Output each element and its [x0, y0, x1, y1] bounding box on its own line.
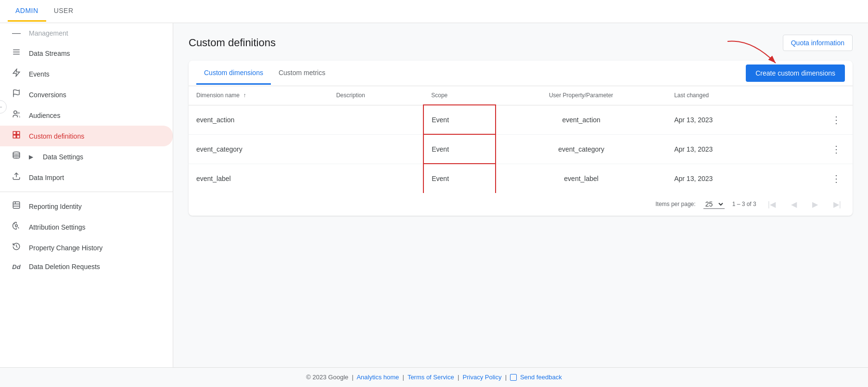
cell-description [329, 105, 424, 134]
quota-information-button[interactable]: Quota information [783, 35, 853, 51]
tab-custom-metrics[interactable]: Custom metrics [271, 62, 333, 85]
svg-rect-7 [17, 131, 20, 134]
create-custom-dimensions-button[interactable]: Create custom dimensions [746, 64, 845, 82]
cell-actions: ⋮ [782, 164, 853, 193]
tab-custom-dimensions[interactable]: Custom dimensions [196, 62, 271, 85]
feedback-icon [510, 374, 517, 381]
cell-actions: ⋮ [782, 134, 853, 164]
page-header: Custom definitions Quota information [189, 35, 853, 51]
cell-user-property: event_category [496, 134, 666, 164]
svg-point-16 [15, 225, 18, 227]
footer-copyright: © 2023 Google [306, 374, 348, 381]
col-header-description: Description [329, 86, 424, 105]
svg-rect-6 [13, 131, 16, 134]
sidebar-item-custom-definitions[interactable]: Custom definitions [0, 126, 173, 146]
sidebar-item-management[interactable]: — Management [0, 23, 173, 43]
dimensions-table: Dimension name ↑ Description Scope User … [189, 86, 853, 193]
conversions-icon [12, 89, 21, 100]
sidebar-item-data-import[interactable]: Data Import [0, 167, 173, 188]
attribution-settings-label: Attribution Settings [29, 223, 86, 231]
svg-point-5 [17, 112, 19, 114]
sidebar-item-reporting-identity[interactable]: Reporting Identity [0, 196, 173, 217]
data-settings-label: Data Settings [43, 153, 83, 161]
data-deletion-label: Data Deletion Requests [29, 263, 100, 271]
custom-definitions-card: Custom dimensions Custom metrics Create … [189, 61, 853, 216]
cell-scope: Event [423, 134, 496, 164]
cell-dimension-name: event_action [189, 105, 329, 134]
cell-description [329, 134, 424, 164]
sidebar-item-data-streams[interactable]: Data Streams [0, 43, 173, 64]
page-range-label: 1 – 3 of 3 [732, 201, 756, 207]
user-tab[interactable]: USER [46, 1, 81, 22]
footer-privacy-link[interactable]: Privacy Policy [463, 374, 502, 381]
sidebar-item-data-settings[interactable]: ▶ Data Settings [0, 146, 173, 167]
col-header-actions [782, 86, 853, 105]
first-page-button[interactable]: |◀ [764, 198, 779, 211]
events-icon [12, 68, 21, 79]
table-row: event_categoryEventevent_categoryApr 13,… [189, 134, 853, 164]
custom-definitions-icon [12, 130, 21, 142]
row-more-options-button[interactable]: ⋮ [828, 171, 845, 186]
table-row: event_actionEventevent_actionApr 13, 202… [189, 105, 853, 134]
next-page-button[interactable]: ▶ [808, 198, 822, 211]
data-streams-icon [12, 48, 21, 59]
footer-terms-link[interactable]: Terms of Service [408, 374, 454, 381]
admin-tab[interactable]: ADMIN [8, 1, 46, 22]
sidebar-item-events[interactable]: Events [0, 64, 173, 84]
cell-scope: Event [423, 164, 496, 193]
sidebar-item-audiences[interactable]: Audiences [0, 105, 173, 126]
svg-rect-12 [13, 202, 20, 208]
footer-analytics-home-link[interactable]: Analytics home [357, 374, 399, 381]
footer-feedback-link[interactable]: Send feedback [510, 374, 562, 381]
sidebar-item-data-deletion[interactable]: Dd Data Deletion Requests [0, 258, 173, 275]
row-more-options-button[interactable]: ⋮ [828, 142, 845, 157]
prev-page-button[interactable]: ◀ [787, 198, 801, 211]
sidebar-item-conversions[interactable]: Conversions [0, 84, 173, 105]
data-import-label: Data Import [29, 174, 64, 181]
property-change-history-label: Property Change History [29, 244, 102, 252]
row-more-options-button[interactable]: ⋮ [828, 112, 845, 128]
svg-rect-9 [17, 135, 20, 138]
reporting-identity-icon [12, 201, 21, 212]
svg-rect-8 [13, 135, 16, 138]
cell-description [329, 164, 424, 193]
footer: © 2023 Google | Analytics home | Terms o… [0, 367, 868, 387]
audiences-label: Audiences [29, 112, 60, 119]
sort-up-icon: ↑ [243, 92, 246, 99]
custom-definitions-label: Custom definitions [29, 132, 84, 140]
svg-point-10 [13, 152, 20, 155]
attribution-settings-icon [12, 221, 21, 232]
data-import-icon [12, 172, 21, 183]
cell-dimension-name: event_label [189, 164, 329, 193]
conversions-label: Conversions [29, 91, 66, 99]
items-per-page-label: Items per page: [655, 201, 695, 207]
sidebar-item-attribution-settings[interactable]: Attribution Settings [0, 217, 173, 237]
management-icon: — [12, 28, 21, 38]
last-page-button[interactable]: ▶| [830, 198, 845, 211]
col-header-dimension-name: Dimension name ↑ [189, 86, 329, 105]
data-settings-icon [12, 151, 21, 162]
audiences-icon [12, 110, 21, 121]
cell-dimension-name: event_category [189, 134, 329, 164]
property-change-history-icon [12, 242, 21, 253]
table-row: event_labelEventevent_labelApr 13, 2023⋮ [189, 164, 853, 193]
sidebar-divider-1 [0, 192, 173, 192]
data-settings-expand-icon: ▶ [29, 154, 33, 160]
cell-scope: Event [423, 105, 496, 134]
col-header-user-property: User Property/Parameter [496, 86, 666, 105]
data-streams-label: Data Streams [29, 50, 70, 57]
sidebar-item-property-change-history[interactable]: Property Change History [0, 237, 173, 258]
svg-point-4 [14, 111, 17, 114]
items-per-page-select[interactable]: 25 50 100 [703, 200, 725, 209]
page-title: Custom definitions [189, 37, 276, 49]
cell-actions: ⋮ [782, 105, 853, 134]
events-label: Events [29, 70, 50, 78]
data-deletion-icon: Dd [12, 263, 21, 271]
cell-last-changed: Apr 13, 2023 [666, 164, 782, 193]
back-arrow-icon: ← [0, 103, 3, 111]
card-tabs-row: Custom dimensions Custom metrics Create … [189, 61, 853, 86]
cell-last-changed: Apr 13, 2023 [666, 105, 782, 134]
cell-user-property: event_action [496, 105, 666, 134]
col-header-scope: Scope [423, 86, 496, 105]
sidebar-management-label: Management [29, 29, 68, 37]
